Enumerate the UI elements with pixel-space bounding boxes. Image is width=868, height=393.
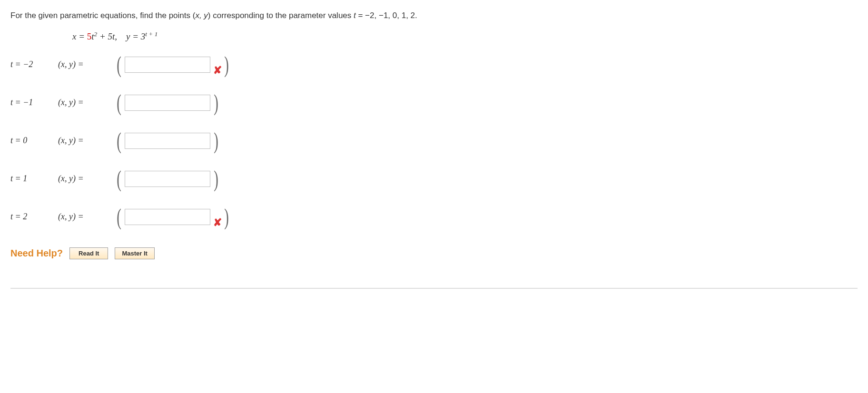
xy-label: (x, y) = bbox=[58, 136, 115, 146]
t-label: t = 1 bbox=[10, 174, 58, 184]
read-it-button[interactable]: Read It bbox=[69, 247, 108, 259]
answer-row-t-neg2: t = −2 (x, y) = ( ✘ ) bbox=[10, 53, 858, 76]
close-paren-icon: ) bbox=[214, 170, 218, 188]
prompt-values: = −2, −1, 0, 1, 2. bbox=[356, 11, 417, 20]
prompt-xy: x, y bbox=[195, 11, 207, 20]
t-label: t = −1 bbox=[10, 98, 58, 108]
eq-coef-red: 5 bbox=[87, 31, 92, 41]
prompt-text-1: For the given parametric equations, find… bbox=[10, 11, 195, 20]
answer-row-t-2: t = 2 (x, y) = ( ✘ ) bbox=[10, 206, 858, 228]
open-paren-icon: ( bbox=[117, 208, 121, 226]
eq-comma: , bbox=[115, 31, 126, 41]
close-paren-icon: ) bbox=[224, 56, 229, 74]
open-paren-icon: ( bbox=[117, 170, 121, 188]
xy-label: (x, y) = bbox=[58, 59, 115, 69]
close-paren-icon: ) bbox=[224, 208, 229, 226]
t-label: t = −2 bbox=[10, 59, 58, 69]
t-label: t = 0 bbox=[10, 136, 58, 146]
xy-label: (x, y) = bbox=[58, 174, 115, 184]
question-prompt: For the given parametric equations, find… bbox=[10, 10, 858, 22]
eq-exp-plus: + 1 bbox=[147, 30, 158, 38]
t-label: t = 2 bbox=[10, 212, 58, 222]
wrong-icon: ✘ bbox=[213, 216, 222, 229]
answer-input[interactable] bbox=[125, 95, 210, 111]
eq-x-lhs: x = bbox=[72, 31, 87, 41]
close-paren-icon: ) bbox=[214, 132, 218, 150]
answer-row-t-0: t = 0 (x, y) = ( ) bbox=[10, 129, 858, 152]
answer-row-t-neg1: t = −1 (x, y) = ( ) bbox=[10, 91, 858, 114]
answer-input[interactable] bbox=[125, 171, 210, 187]
xy-label: (x, y) = bbox=[58, 98, 115, 108]
xy-label: (x, y) = bbox=[58, 212, 115, 222]
parametric-equations: x = 5t2 + 5t, y = 3t + 1 bbox=[72, 30, 858, 42]
eq-plus: + 5 bbox=[97, 31, 112, 41]
wrong-icon: ✘ bbox=[213, 64, 222, 77]
answer-row-t-1: t = 1 (x, y) = ( ) bbox=[10, 167, 858, 190]
answer-input[interactable] bbox=[125, 57, 210, 73]
master-it-button[interactable]: Master It bbox=[115, 247, 154, 259]
open-paren-icon: ( bbox=[117, 94, 121, 112]
need-help-label: Need Help? bbox=[10, 248, 63, 259]
prompt-text-2: ) corresponding to the parameter values bbox=[208, 11, 354, 20]
open-paren-icon: ( bbox=[117, 132, 121, 150]
eq-y-lhs: y = 3 bbox=[126, 31, 145, 41]
open-paren-icon: ( bbox=[117, 56, 121, 74]
answer-input[interactable] bbox=[125, 209, 210, 225]
divider bbox=[10, 288, 858, 289]
answer-input[interactable] bbox=[125, 133, 210, 149]
help-section: Need Help? Read It Master It bbox=[10, 247, 858, 259]
close-paren-icon: ) bbox=[214, 94, 218, 112]
